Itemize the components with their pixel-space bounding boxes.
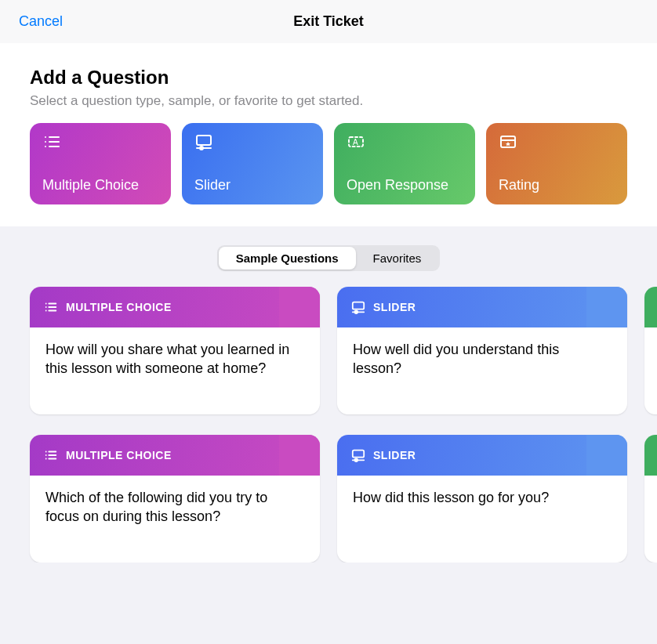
- sample-card-header: [644, 287, 657, 327]
- sample-type-label: MULTIPLE CHOICE: [66, 301, 172, 313]
- type-open-response-button[interactable]: A Open Response: [334, 123, 475, 204]
- svg-point-4: [45, 146, 46, 147]
- cancel-button[interactable]: Cancel: [19, 13, 63, 30]
- svg-point-23: [45, 451, 47, 453]
- svg-point-14: [45, 303, 47, 305]
- sample-question-text: How did this lesson go for you?: [337, 476, 627, 519]
- card-accent: [586, 287, 627, 327]
- sample-question-card-peek[interactable]: [644, 435, 657, 563]
- svg-point-27: [45, 458, 47, 460]
- svg-rect-29: [353, 450, 364, 458]
- sample-question-card[interactable]: MULTIPLE CHOICE How will you share what …: [30, 287, 320, 414]
- list-icon: [44, 300, 58, 314]
- sample-question-text: How well did you understand this lesson?: [337, 327, 627, 391]
- type-label: Multiple Choice: [42, 177, 158, 194]
- svg-point-22: [355, 311, 358, 314]
- add-question-subtitle: Select a question type, sample, or favor…: [30, 93, 627, 109]
- sample-question-card[interactable]: SLIDER How did this lesson go for you?: [337, 435, 627, 563]
- svg-point-0: [45, 136, 46, 138]
- svg-point-31: [355, 459, 358, 462]
- type-label: Open Response: [347, 177, 463, 194]
- svg-rect-6: [197, 136, 211, 145]
- svg-point-2: [45, 141, 46, 143]
- list-icon: [42, 132, 61, 151]
- type-label: Rating: [499, 177, 615, 194]
- type-rating-button[interactable]: Rating: [486, 123, 627, 204]
- sample-type-label: MULTIPLE CHOICE: [66, 449, 172, 461]
- textbox-icon: A: [347, 132, 365, 151]
- question-type-row: Multiple Choice Slider A Open Response: [30, 123, 627, 204]
- navigation-bar: Cancel Exit Ticket: [0, 0, 657, 43]
- type-slider-button[interactable]: Slider: [182, 123, 323, 204]
- type-multiple-choice-button[interactable]: Multiple Choice: [30, 123, 171, 204]
- sample-card-header: MULTIPLE CHOICE: [30, 435, 320, 476]
- add-question-heading: Add a Question: [30, 67, 627, 89]
- sample-card-header: MULTIPLE CHOICE: [30, 287, 320, 327]
- sample-questions-grid: MULTIPLE CHOICE How will you share what …: [0, 287, 657, 563]
- slider-icon: [351, 448, 365, 462]
- svg-marker-13: [506, 142, 510, 147]
- sample-type-label: SLIDER: [373, 301, 416, 313]
- sample-question-text: How will you share what you learned in t…: [30, 327, 320, 391]
- slider-icon: [351, 300, 365, 314]
- tab-sample-questions[interactable]: Sample Questions: [219, 247, 356, 270]
- slider-icon: [194, 132, 213, 151]
- svg-point-18: [45, 310, 47, 312]
- svg-point-8: [200, 147, 203, 150]
- tab-favorites[interactable]: Favorites: [356, 247, 439, 270]
- sample-card-header: [644, 435, 657, 476]
- segmented-control: Sample Questions Favorites: [217, 245, 441, 271]
- page-title: Exit Ticket: [293, 13, 364, 30]
- type-label: Slider: [194, 177, 310, 194]
- sample-question-card[interactable]: SLIDER How well did you understand this …: [337, 287, 627, 414]
- sample-card-header: SLIDER: [337, 287, 627, 327]
- svg-point-16: [45, 306, 47, 308]
- star-icon: [499, 132, 517, 151]
- svg-text:A: A: [353, 138, 358, 147]
- sample-type-label: SLIDER: [373, 449, 416, 461]
- sample-question-card[interactable]: MULTIPLE CHOICE Which of the following d…: [30, 435, 320, 563]
- card-accent: [279, 287, 320, 327]
- list-icon: [44, 448, 58, 462]
- card-accent: [586, 435, 627, 476]
- card-accent: [279, 435, 320, 476]
- svg-rect-20: [353, 302, 364, 309]
- add-question-panel: Add a Question Select a question type, s…: [0, 43, 657, 226]
- sample-question-card-peek[interactable]: [644, 287, 657, 414]
- segmented-control-wrap: Sample Questions Favorites: [0, 226, 657, 287]
- svg-point-25: [45, 454, 47, 456]
- sample-question-text: Which of the following did you try to fo…: [30, 476, 320, 539]
- sample-card-header: SLIDER: [337, 435, 627, 476]
